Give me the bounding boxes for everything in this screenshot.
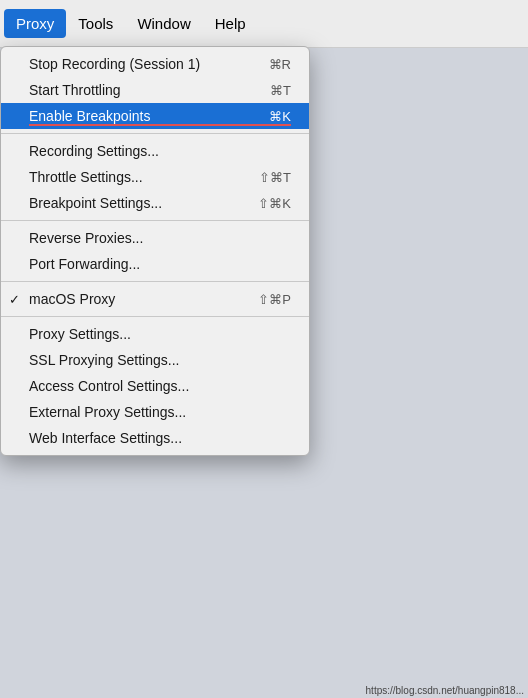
menu-item-throttle-settings[interactable]: Throttle Settings...⇧⌘T [1,164,309,190]
menu-item-label: Throttle Settings... [29,169,143,185]
menu-item-recording-settings[interactable]: Recording Settings... [1,138,309,164]
menu-item-shortcut: ⇧⌘K [258,196,291,211]
menu-item-label: Web Interface Settings... [29,430,182,446]
menu-separator-4 [1,316,309,317]
menu-separator-1 [1,133,309,134]
menu-item-macos-proxy[interactable]: ✓macOS Proxy⇧⌘P [1,286,309,312]
menu-item-shortcut: ⇧⌘T [259,170,291,185]
menu-separator-3 [1,281,309,282]
menu-item-label: Port Forwarding... [29,256,140,272]
menu-item-access-control-settings[interactable]: Access Control Settings... [1,373,309,399]
menu-bar-item-help[interactable]: Help [203,9,258,38]
menu-item-label: Recording Settings... [29,143,159,159]
menu-item-shortcut: ⇧⌘P [258,292,291,307]
menu-bar-item-window[interactable]: Window [125,9,202,38]
menu-bar: ProxyToolsWindowHelp [0,0,528,48]
menu-item-shortcut: ⌘K [269,109,291,124]
menu-item-ssl-proxying-settings[interactable]: SSL Proxying Settings... [1,347,309,373]
menu-item-shortcut: ⌘R [269,57,291,72]
menu-item-label: Breakpoint Settings... [29,195,162,211]
menu-item-label: Access Control Settings... [29,378,189,394]
menu-item-stop-recording[interactable]: Stop Recording (Session 1)⌘R [1,51,309,77]
menu-item-shortcut: ⌘T [270,83,291,98]
menu-item-label: macOS Proxy [29,291,115,307]
menu-bar-item-tools[interactable]: Tools [66,9,125,38]
check-mark-icon: ✓ [9,292,20,307]
menu-separator-2 [1,220,309,221]
menu-item-label: Proxy Settings... [29,326,131,342]
menu-item-label: Reverse Proxies... [29,230,143,246]
menu-item-label: External Proxy Settings... [29,404,186,420]
menu-item-web-interface-settings[interactable]: Web Interface Settings... [1,425,309,451]
menu-item-label: Stop Recording (Session 1) [29,56,200,72]
menu-item-start-throttling[interactable]: Start Throttling⌘T [1,77,309,103]
menu-item-external-proxy-settings[interactable]: External Proxy Settings... [1,399,309,425]
menu-item-label: Enable Breakpoints [29,108,150,124]
menu-item-label: Start Throttling [29,82,121,98]
url-hint: https://blog.csdn.net/huangpin818... [366,685,524,696]
menu-item-port-forwarding[interactable]: Port Forwarding... [1,251,309,277]
menu-item-proxy-settings[interactable]: Proxy Settings... [1,321,309,347]
menu-item-label: SSL Proxying Settings... [29,352,179,368]
menu-item-reverse-proxies[interactable]: Reverse Proxies... [1,225,309,251]
menu-item-breakpoint-settings[interactable]: Breakpoint Settings...⇧⌘K [1,190,309,216]
menu-item-enable-breakpoints[interactable]: Enable Breakpoints⌘K [1,103,309,129]
dropdown-menu: Stop Recording (Session 1)⌘RStart Thrott… [0,46,310,456]
menu-bar-item-proxy[interactable]: Proxy [4,9,66,38]
